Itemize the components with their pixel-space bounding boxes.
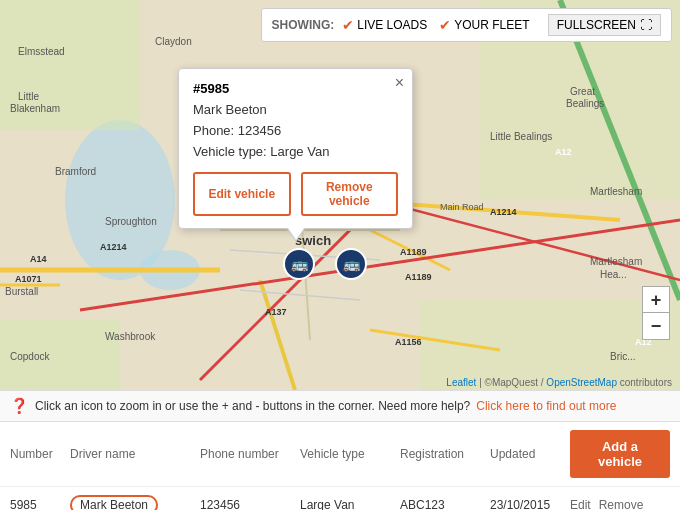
map-topbar: SHOWING: ✔ LIVE LOADS ✔ YOUR FLEET FULLS… (261, 8, 672, 42)
svg-text:Elmsstead: Elmsstead (18, 46, 65, 57)
popup-close-button[interactable]: × (395, 75, 404, 91)
live-loads-check-icon: ✔ (342, 17, 354, 33)
cell-driver: Mark Beeton (70, 495, 200, 510)
remove-vehicle-button[interactable]: Remove vehicle (301, 172, 399, 216)
svg-text:A1156: A1156 (395, 337, 422, 347)
cell-actions: Edit Remove (570, 498, 670, 510)
popup-phone: Phone: 123456 (193, 121, 398, 142)
table-area: Number Driver name Phone number Vehicle … (0, 422, 680, 510)
svg-text:Bramford: Bramford (55, 166, 96, 177)
your-fleet-label: YOUR FLEET (454, 18, 529, 32)
col-header-driver: Driver name (70, 447, 200, 461)
map-marker-1[interactable]: 🚌 (283, 248, 315, 280)
col-header-phone: Phone number (200, 447, 300, 461)
col-header-actions: Add a vehicle (570, 430, 670, 478)
svg-text:Burstall: Burstall (5, 286, 38, 297)
info-link[interactable]: Click here to find out more (476, 399, 616, 413)
col-header-reg: Registration (400, 447, 490, 461)
svg-text:Blakenham: Blakenham (10, 103, 60, 114)
popup-vehicle-type-label: Vehicle type: (193, 144, 267, 159)
popup-vehicle-type-value: Large Van (270, 144, 329, 159)
fullscreen-button[interactable]: FULLSCREEN ⛶ (548, 14, 661, 36)
col-header-updated: Updated (490, 447, 570, 461)
svg-text:Copdock: Copdock (10, 351, 50, 362)
map-attribution: Leaflet | ©MapQuest / OpenStreetMap cont… (446, 377, 672, 388)
map-marker-2[interactable]: 🚌 (335, 248, 367, 280)
live-loads-checkbox[interactable]: ✔ LIVE LOADS (342, 17, 427, 33)
info-bar: ❓ Click an icon to zoom in or use the + … (0, 390, 680, 422)
svg-text:Hea...: Hea... (600, 269, 627, 280)
svg-text:A1071: A1071 (15, 274, 42, 284)
svg-text:A1189: A1189 (400, 247, 427, 257)
your-fleet-checkbox[interactable]: ✔ YOUR FLEET (439, 17, 529, 33)
svg-text:Claydon: Claydon (155, 36, 192, 47)
popup-phone-label: Phone: (193, 123, 234, 138)
svg-text:A1189: A1189 (405, 272, 432, 282)
svg-text:A137: A137 (265, 307, 287, 317)
bus-icon-1: 🚌 (283, 248, 315, 280)
live-loads-label: LIVE LOADS (357, 18, 427, 32)
cell-number: 5985 (10, 498, 70, 510)
edit-row-link[interactable]: Edit (570, 498, 591, 510)
popup-vehicle-id: #5985 (193, 81, 398, 96)
leaflet-link[interactable]: Leaflet (446, 377, 476, 388)
zoom-out-button[interactable]: − (643, 313, 669, 339)
driver-name-link[interactable]: Mark Beeton (70, 495, 158, 510)
popup-info: Mark Beeton Phone: 123456 Vehicle type: … (193, 100, 398, 162)
cell-vehicle-type: Large Van (300, 498, 400, 510)
table-row: 5985 Mark Beeton 123456 Large Van ABC123… (0, 487, 680, 510)
zoom-controls: + − (642, 286, 670, 340)
col-header-vtype: Vehicle type (300, 447, 400, 461)
svg-text:Sproughton: Sproughton (105, 216, 157, 227)
fullscreen-icon: ⛶ (640, 18, 652, 32)
popup-vehicle-type: Vehicle type: Large Van (193, 142, 398, 163)
svg-text:Bealings: Bealings (566, 98, 604, 109)
bus-icon-2: 🚌 (335, 248, 367, 280)
svg-text:Little Bealings: Little Bealings (490, 131, 552, 142)
cell-registration: ABC123 (400, 498, 490, 510)
popup-phone-value: 123456 (238, 123, 281, 138)
svg-text:Washbrook: Washbrook (105, 331, 156, 342)
cell-updated: 23/10/2015 (490, 498, 570, 510)
table-header: Number Driver name Phone number Vehicle … (0, 422, 680, 487)
popup-buttons: Edit vehicle Remove vehicle (193, 172, 398, 216)
zoom-in-button[interactable]: + (643, 287, 669, 313)
info-icon: ❓ (10, 397, 29, 415)
svg-text:Main Road: Main Road (440, 202, 484, 212)
map-container: Little Blakenham Elmsstead Bramford Spro… (0, 0, 680, 390)
vehicle-popup: × #5985 Mark Beeton Phone: 123456 Vehicl… (178, 68, 413, 229)
popup-name: Mark Beeton (193, 100, 398, 121)
svg-text:Little: Little (18, 91, 40, 102)
fullscreen-label: FULLSCREEN (557, 18, 636, 32)
svg-text:Bric...: Bric... (610, 351, 636, 362)
svg-text:A1214: A1214 (490, 207, 517, 217)
col-header-number: Number (10, 447, 70, 461)
svg-text:A12: A12 (555, 147, 572, 157)
cell-phone: 123456 (200, 498, 300, 510)
svg-text:A1214: A1214 (100, 242, 127, 252)
svg-text:A14: A14 (30, 254, 47, 264)
edit-vehicle-button[interactable]: Edit vehicle (193, 172, 291, 216)
remove-row-link[interactable]: Remove (599, 498, 644, 510)
svg-text:Martlesham: Martlesham (590, 186, 642, 197)
showing-label: SHOWING: (272, 18, 335, 32)
svg-text:Martlesham: Martlesham (590, 256, 642, 267)
info-text: Click an icon to zoom in or use the + an… (35, 399, 470, 413)
your-fleet-check-icon: ✔ (439, 17, 451, 33)
openstreetmap-link[interactable]: OpenStreetMap (546, 377, 617, 388)
add-vehicle-button[interactable]: Add a vehicle (570, 430, 670, 478)
svg-text:Great: Great (570, 86, 595, 97)
